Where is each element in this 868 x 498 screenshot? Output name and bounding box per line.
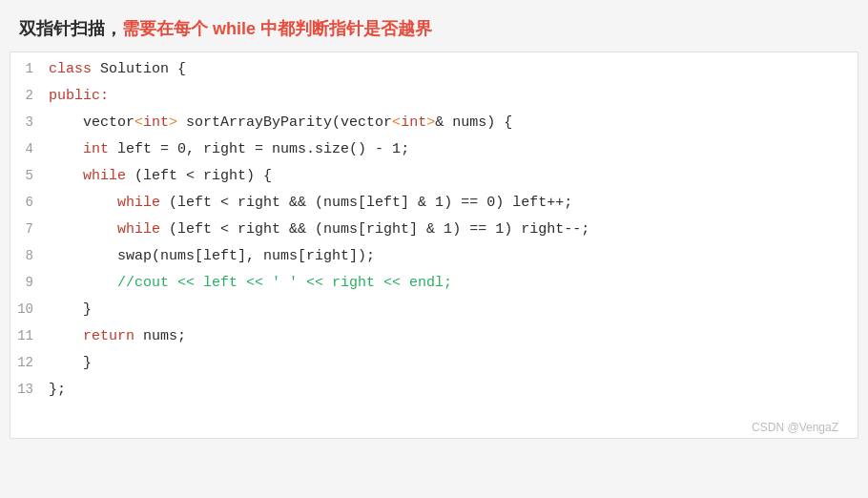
title-highlight: 需要在每个 while 中都判断指针是否越界	[122, 19, 432, 38]
line-content: class Solution {	[49, 61, 186, 77]
token: 1	[495, 221, 504, 238]
token: while	[117, 221, 160, 238]
line-number: 6	[10, 195, 49, 210]
token: ) ==	[444, 195, 486, 211]
token: left =	[109, 141, 177, 157]
token: 0	[486, 195, 495, 211]
line-content: return nums;	[49, 328, 186, 344]
line-content: }	[49, 355, 92, 371]
token: 1	[435, 195, 444, 211]
line-number: 13	[10, 382, 49, 397]
token: Solution	[100, 61, 177, 77]
token: 1	[444, 221, 452, 238]
token: int	[401, 114, 426, 131]
line-number: 5	[10, 168, 49, 183]
token: right && (nums[left] &	[229, 195, 435, 211]
line-content: while (left < right && (nums[right] & 1)…	[49, 221, 589, 238]
code-line: 10 }	[10, 301, 858, 327]
watermark: CSDN @VengaZ	[752, 421, 838, 434]
token: <	[134, 114, 143, 131]
line-number: 11	[10, 328, 49, 343]
code-line: 8 swap(nums[left], nums[right]);	[10, 247, 858, 274]
token: public:	[49, 88, 109, 104]
token: (left	[126, 168, 186, 184]
token: 0	[177, 141, 186, 157]
line-number: 7	[10, 221, 49, 237]
token: return	[83, 328, 134, 344]
token: nums;	[134, 328, 186, 344]
token: sortArrayByParity(vector	[177, 114, 392, 131]
token: while	[117, 195, 160, 211]
code-line: 1class Solution {	[10, 60, 858, 87]
token: >	[426, 114, 435, 131]
line-content: public:	[49, 88, 109, 104]
footer: CSDN @VengaZ	[10, 415, 858, 438]
title-bar: 双指针扫描，需要在每个 while 中都判断指针是否越界	[0, 0, 868, 52]
token	[49, 221, 117, 238]
code-line: 12 }	[10, 354, 858, 381]
code-line: 5 while (left < right) {	[10, 167, 858, 194]
page-wrapper: 双指针扫描，需要在每个 while 中都判断指针是否越界 1class Solu…	[0, 0, 868, 439]
code-line: 13};	[10, 381, 858, 407]
token: ) right--;	[504, 221, 589, 238]
token: <	[220, 195, 229, 211]
token: ) left++;	[495, 195, 572, 211]
token: int	[83, 141, 109, 157]
token: right && (nums[right] &	[229, 221, 444, 238]
token: }	[49, 355, 92, 371]
token: <	[186, 168, 195, 184]
token: while	[83, 168, 126, 184]
line-content: while (left < right) {	[49, 168, 272, 184]
token: <	[392, 114, 401, 131]
token: <	[220, 221, 229, 238]
code-line: 2public:	[10, 87, 858, 114]
line-content: }	[49, 301, 92, 318]
code-line: 4 int left = 0, right = nums.size() - 1;	[10, 140, 858, 167]
token: };	[49, 382, 66, 398]
token: , right = nums.size() -	[186, 141, 392, 157]
token: (left	[160, 195, 220, 211]
token: ) ==	[452, 221, 495, 238]
line-content: vector<int> sortArrayByParity(vector<int…	[49, 114, 512, 131]
token: int	[143, 114, 169, 131]
code-line: 6 while (left < right && (nums[left] & 1…	[10, 194, 858, 220]
title-prefix: 双指针扫描，	[19, 19, 122, 38]
line-number: 12	[10, 355, 49, 370]
token	[49, 168, 83, 184]
line-number: 10	[10, 301, 49, 317]
line-number: 1	[10, 61, 49, 76]
token: >	[169, 114, 177, 131]
code-line: 11 return nums;	[10, 327, 858, 354]
token	[49, 275, 117, 291]
token: class	[49, 61, 100, 77]
code-line: 3 vector<int> sortArrayByParity(vector<i…	[10, 114, 858, 140]
line-number: 9	[10, 275, 49, 290]
line-content: swap(nums[left], nums[right]);	[49, 248, 375, 264]
line-number: 8	[10, 248, 49, 263]
token: right) {	[195, 168, 272, 184]
line-content: };	[49, 382, 66, 398]
token: (left	[160, 221, 220, 238]
code-block: 1class Solution {2public:3 vector<int> s…	[10, 52, 858, 415]
line-content: while (left < right && (nums[left] & 1) …	[49, 195, 572, 211]
token	[49, 328, 83, 344]
code-line: 9 //cout << left << ' ' << right << endl…	[10, 274, 858, 301]
line-number: 2	[10, 88, 49, 103]
token: //cout << left << ' ' << right << endl;	[117, 275, 452, 291]
token	[49, 141, 83, 157]
code-line: 7 while (left < right && (nums[right] & …	[10, 220, 858, 247]
line-content: int left = 0, right = nums.size() - 1;	[49, 141, 409, 157]
token: & nums) {	[435, 114, 512, 131]
token: {	[177, 61, 186, 77]
token: ;	[401, 141, 409, 157]
line-number: 4	[10, 141, 49, 156]
token	[49, 195, 117, 211]
line-content: //cout << left << ' ' << right << endl;	[49, 275, 452, 291]
code-container: 1class Solution {2public:3 vector<int> s…	[10, 52, 858, 439]
line-number: 3	[10, 114, 49, 130]
token: 1	[392, 141, 401, 157]
token: swap(nums[left], nums[right]);	[49, 248, 375, 264]
token: }	[49, 301, 92, 318]
token: vector	[49, 114, 134, 131]
